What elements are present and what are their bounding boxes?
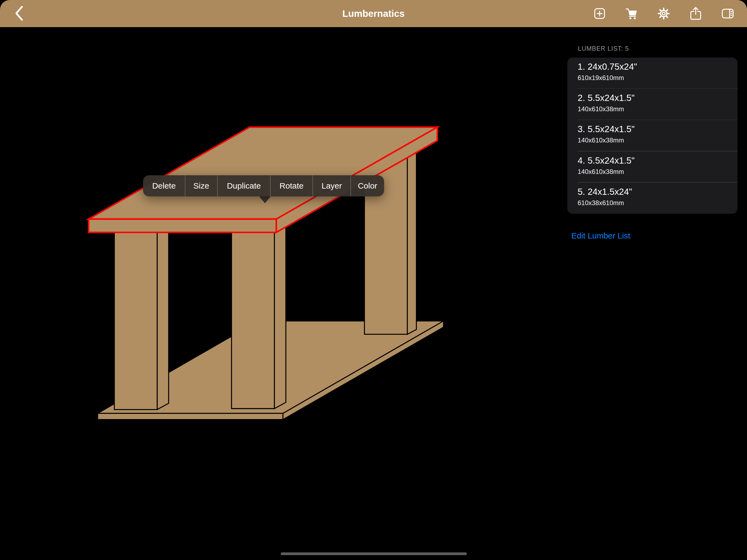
lumber-list-card: 1. 24x0.75x24" 610x19x610mm 2. 5.5x24x1.…	[567, 57, 738, 214]
settings-button[interactable]	[657, 7, 670, 20]
menu-item-rotate[interactable]: Rotate	[270, 175, 312, 196]
sidebar-toggle-icon	[721, 8, 734, 19]
lumber-item-label: 1. 24x0.75x24"	[577, 61, 732, 73]
menu-item-delete[interactable]: Delete	[143, 175, 185, 196]
lumber-item-metric: 610x19x610mm	[577, 74, 732, 82]
right-leg-front-face	[232, 232, 275, 408]
lumber-item-label: 5. 24x1.5x24"	[577, 186, 732, 197]
cart-icon	[625, 7, 638, 20]
toolbar-icons	[593, 0, 734, 27]
lumber-piece-left-leg[interactable]	[114, 226, 169, 410]
lumber-item-metric: 140x610x38mm	[577, 168, 732, 176]
menu-item-duplicate[interactable]: Duplicate	[217, 175, 270, 196]
left-leg-side-face	[157, 226, 169, 410]
app-screen: Delete Size Duplicate Rotate Layer Color…	[0, 0, 747, 560]
add-button[interactable]	[593, 7, 606, 20]
menu-item-size[interactable]: Size	[185, 175, 217, 196]
top-slab-front-face	[88, 219, 276, 232]
nav-bar: Lumbernatics	[0, 0, 747, 27]
base-front-face	[98, 413, 283, 420]
share-icon	[690, 7, 702, 20]
lumber-item-label: 3. 5.5x24x1.5"	[577, 124, 732, 135]
menu-item-color[interactable]: Color	[351, 175, 384, 196]
lumber-list-item-2[interactable]: 2. 5.5x24x1.5" 140x610x38mm	[567, 89, 738, 120]
lumber-list-item-1[interactable]: 1. 24x0.75x24" 610x19x610mm	[567, 57, 738, 89]
gear-icon	[658, 7, 670, 20]
lumber-item-label: 4. 5.5x24x1.5"	[577, 155, 732, 166]
cart-button[interactable]	[625, 7, 638, 20]
rear-leg-side-face	[407, 148, 416, 334]
lumber-list-item-5[interactable]: 5. 24x1.5x24" 610x38x610mm	[567, 183, 738, 214]
lumber-piece-right-leg[interactable]	[232, 226, 286, 408]
context-menu: Delete Size Duplicate Rotate Layer Color	[143, 175, 384, 196]
home-indicator[interactable]	[281, 552, 467, 555]
lumber-item-metric: 140x610x38mm	[577, 136, 732, 144]
lumber-drawing	[88, 127, 443, 420]
lumber-item-metric: 140x610x38mm	[577, 105, 732, 113]
chevron-left-icon	[15, 5, 24, 22]
lumber-list-item-3[interactable]: 3. 5.5x24x1.5" 140x610x38mm	[567, 120, 738, 151]
left-leg-front-face	[114, 232, 157, 409]
menu-item-layer[interactable]: Layer	[312, 175, 351, 196]
lumber-list-item-4[interactable]: 4. 5.5x24x1.5" 140x610x38mm	[567, 152, 738, 183]
lumber-item-metric: 610x38x610mm	[577, 199, 732, 207]
lumber-item-label: 2. 5.5x24x1.5"	[577, 92, 732, 104]
right-leg-side-face	[275, 226, 286, 408]
share-button[interactable]	[689, 7, 702, 20]
add-icon	[593, 7, 606, 20]
context-menu-caret	[259, 196, 271, 203]
lumber-list-header: LUMBER LIST: 5	[578, 45, 629, 52]
edit-lumber-list-link[interactable]: Edit Lumber List	[571, 231, 630, 240]
sidebar-toggle-button[interactable]	[721, 7, 734, 20]
back-button[interactable]	[8, 0, 30, 27]
